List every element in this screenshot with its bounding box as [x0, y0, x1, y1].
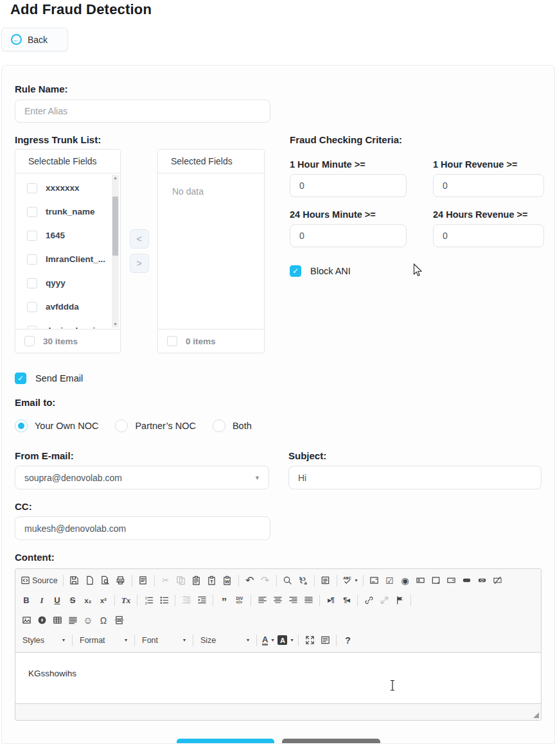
send-email-checkbox[interactable]: ✓ — [15, 373, 26, 384]
bold-button[interactable]: B — [19, 593, 34, 608]
source-button[interactable]: Source — [19, 573, 60, 588]
day-minute-input[interactable] — [290, 224, 407, 247]
reset-button[interactable]: Reset — [282, 739, 380, 744]
hour-revenue-input[interactable] — [433, 174, 544, 197]
text-direction-ltr-button[interactable]: ▸¶ — [323, 593, 339, 608]
about-button[interactable]: ? — [340, 633, 355, 648]
scroll-down-icon[interactable]: ▼ — [113, 321, 118, 328]
text-direction-rtl-button[interactable]: ¶◂ — [339, 593, 354, 608]
save-button[interactable] — [67, 573, 82, 588]
checkbox-unchecked-icon[interactable] — [27, 183, 37, 193]
align-justify-button[interactable] — [301, 593, 316, 608]
submit-button[interactable]: Submit — [177, 739, 274, 744]
insert-flash-button[interactable] — [34, 613, 49, 628]
smiley-button[interactable]: ☺ — [80, 613, 96, 628]
align-left-button[interactable] — [254, 593, 270, 608]
move-left-button[interactable]: < — [130, 229, 149, 249]
div-container-button[interactable]: DIV</> — [232, 593, 247, 608]
button-field-button[interactable] — [459, 573, 475, 588]
italic-button[interactable]: I — [34, 593, 49, 608]
scrollbar[interactable]: ▲ ▼ — [112, 175, 119, 328]
undo-button[interactable]: ↶ — [242, 573, 258, 588]
increase-indent-button[interactable] — [194, 593, 209, 608]
select-all-checkbox[interactable] — [167, 336, 177, 346]
radio-your-own-noc[interactable]: Your Own NOC — [15, 419, 98, 432]
checkbox-unchecked-icon[interactable] — [27, 278, 37, 288]
link-button[interactable] — [361, 593, 376, 608]
numbered-list-button[interactable]: 12 — [141, 593, 156, 608]
scroll-up-icon[interactable]: ▲ — [113, 175, 118, 181]
radio-partners-noc[interactable]: Partner’s NOC — [115, 419, 196, 432]
superscript-button[interactable]: x² — [96, 593, 111, 608]
back-button[interactable]: ← Back — [1, 28, 68, 51]
cc-input[interactable] — [15, 516, 270, 540]
editor-content-area[interactable]: KGsshowihs — [15, 653, 541, 703]
align-right-button[interactable] — [285, 593, 301, 608]
checkbox-unchecked-icon[interactable] — [27, 302, 37, 312]
scrollbar-thumb[interactable] — [112, 197, 118, 256]
horizontal-rule-button[interactable] — [65, 613, 80, 628]
list-item[interactable]: 1645 — [15, 224, 120, 247]
select-field-button[interactable] — [444, 573, 459, 588]
radio-field-button[interactable]: ◉ — [398, 573, 413, 588]
copy-button[interactable] — [173, 573, 189, 588]
rule-name-input[interactable] — [15, 100, 270, 123]
list-item[interactable]: avfddda — [15, 295, 120, 319]
checkbox-unchecked-icon[interactable] — [27, 231, 37, 241]
day-revenue-input[interactable] — [433, 224, 544, 247]
checkbox-unchecked-icon[interactable] — [27, 326, 37, 330]
list-item[interactable]: qyyy — [15, 271, 120, 295]
maximize-button[interactable] — [302, 633, 317, 648]
radio-both[interactable]: Both — [213, 419, 252, 432]
select-all-checkbox[interactable] — [24, 336, 35, 346]
align-center-button[interactable] — [270, 593, 285, 608]
templates-button[interactable] — [136, 573, 151, 588]
spell-check-button[interactable]: ABC▾ — [340, 573, 360, 588]
form-button[interactable] — [367, 573, 382, 588]
image-button-button[interactable] — [475, 573, 490, 588]
decrease-indent-button[interactable] — [179, 593, 194, 608]
checkbox-unchecked-icon[interactable] — [27, 207, 37, 217]
bulleted-list-button[interactable] — [156, 593, 172, 608]
new-page-button[interactable] — [82, 573, 98, 588]
insert-table-button[interactable] — [49, 613, 65, 628]
text-field-button[interactable] — [413, 573, 428, 588]
select-all-button[interactable] — [318, 573, 333, 588]
remove-format-button[interactable]: Tx — [118, 593, 134, 608]
textarea-field-button[interactable] — [428, 573, 444, 588]
subscript-button[interactable]: x₂ — [80, 593, 96, 608]
find-button[interactable] — [280, 573, 295, 588]
blockquote-button[interactable]: ” — [216, 593, 232, 608]
cut-button[interactable]: ✂ — [158, 573, 173, 588]
format-combo[interactable]: Format▾ — [76, 633, 131, 648]
strikethrough-button[interactable]: S — [65, 593, 80, 608]
background-color-button[interactable]: A▾ — [276, 633, 295, 648]
text-color-button[interactable]: A▾ — [260, 633, 276, 648]
checkbox-unchecked-icon[interactable] — [27, 254, 37, 265]
list-item[interactable]: ImranClient_... — [15, 247, 120, 271]
paste-text-button[interactable]: T — [204, 573, 220, 588]
resize-handle[interactable] — [533, 712, 539, 718]
move-right-button[interactable]: > — [130, 254, 149, 273]
special-char-button[interactable]: Ω — [96, 613, 111, 628]
checkbox-field-button[interactable]: ☑ — [382, 573, 398, 588]
paste-button[interactable] — [189, 573, 204, 588]
print-button[interactable] — [113, 573, 128, 588]
preview-button[interactable] — [98, 573, 113, 588]
list-item[interactable]: decimal_api — [15, 319, 120, 329]
font-combo[interactable]: Font▾ — [138, 633, 189, 648]
show-blocks-button[interactable] — [317, 633, 333, 648]
unlink-button[interactable] — [376, 593, 392, 608]
insert-image-button[interactable] — [19, 613, 34, 628]
replace-button[interactable]: ba — [295, 573, 311, 588]
hour-minute-input[interactable] — [290, 174, 407, 197]
list-item[interactable]: trunk_name — [15, 200, 120, 224]
size-combo[interactable]: Size▾ — [197, 633, 253, 648]
styles-combo[interactable]: Styles▾ — [19, 633, 69, 648]
block-ani-checkbox[interactable]: ✓ — [290, 265, 301, 277]
hidden-field-button[interactable] — [490, 573, 506, 588]
list-item[interactable]: xxxxxxx — [15, 176, 120, 200]
from-email-select[interactable]: soupra@denovolab.com ▼ — [15, 466, 269, 489]
redo-button[interactable]: ↷ — [258, 573, 273, 588]
subject-input[interactable] — [288, 466, 542, 489]
